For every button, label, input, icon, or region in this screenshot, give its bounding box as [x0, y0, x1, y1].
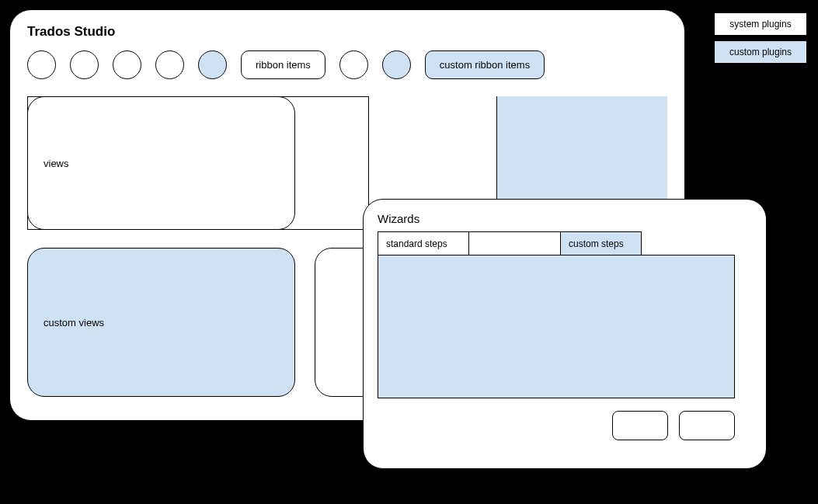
- wizards-window: Wizards standard steps custom steps: [363, 199, 767, 469]
- views-panel: views: [27, 96, 295, 230]
- wizard-body: [378, 255, 735, 398]
- legend: system plugins custom plugins: [714, 12, 807, 68]
- legend-custom-plugins: custom plugins: [714, 40, 807, 64]
- ribbon-items-pill: ribbon items: [241, 50, 325, 79]
- legend-custom-label: custom plugins: [729, 47, 792, 57]
- wizard-button-2[interactable]: [679, 411, 735, 440]
- custom-ribbon-items-label: custom ribbon items: [440, 59, 530, 71]
- toolbar-system-circle: [155, 50, 184, 79]
- legend-system-label: system plugins: [729, 19, 791, 30]
- app-title: Trados Studio: [27, 24, 667, 40]
- custom-views-label: custom views: [44, 317, 104, 328]
- toolbar-system-circle: [339, 50, 368, 79]
- legend-system-plugins: system plugins: [714, 12, 807, 36]
- custom-ribbon-items-pill: custom ribbon items: [425, 50, 545, 79]
- wizard-button-1[interactable]: [612, 411, 668, 440]
- toolbar-system-circle: [113, 50, 141, 79]
- wizard-tab-standard: standard steps: [378, 231, 469, 255]
- toolbar-custom-circle: [198, 50, 227, 79]
- views-label: views: [44, 158, 69, 169]
- wizard-tab-spacer: [469, 231, 561, 255]
- wizard-tabs: standard steps custom steps: [378, 231, 735, 255]
- wizard-tab-standard-label: standard steps: [386, 238, 447, 249]
- wizard-tab-custom-label: custom steps: [569, 238, 624, 249]
- wizard-buttons: [378, 411, 735, 440]
- ribbon-items-label: ribbon items: [256, 59, 311, 71]
- toolbar-custom-circle: [382, 50, 411, 79]
- wizard-tab-custom: custom steps: [561, 231, 642, 255]
- wizards-title: Wizards: [378, 212, 752, 225]
- custom-views-panel: custom views: [27, 248, 295, 397]
- toolbar: ribbon items custom ribbon items: [27, 50, 667, 79]
- toolbar-system-circle: [27, 50, 56, 79]
- toolbar-system-circle: [70, 50, 99, 79]
